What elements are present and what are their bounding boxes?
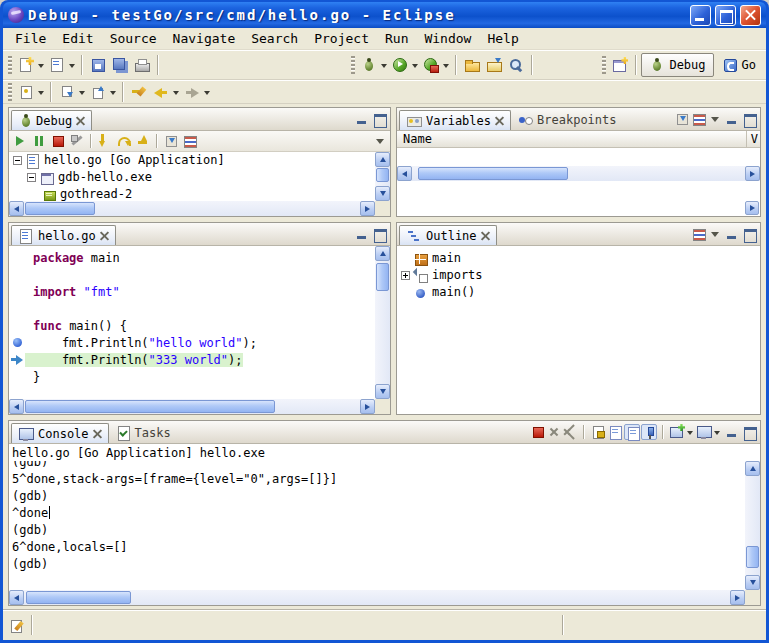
terminate-button[interactable] (530, 424, 546, 440)
close-icon[interactable] (495, 116, 504, 125)
tab-tasks[interactable]: Tasks (109, 423, 177, 443)
menu-file[interactable]: File (7, 29, 54, 48)
collapse-all-button[interactable] (691, 111, 707, 127)
scroll-down-button[interactable] (375, 186, 390, 201)
scroll-left-button[interactable] (9, 201, 24, 216)
remove-all-launches-button[interactable] (562, 425, 578, 439)
new-wizard-dropdown[interactable] (37, 57, 46, 73)
debug-horizontal-scrollbar[interactable] (9, 201, 390, 216)
collapse-icon[interactable] (27, 173, 36, 182)
previous-annotation-dropdown[interactable] (109, 84, 118, 100)
tree-item[interactable]: main() (397, 284, 760, 301)
debug-launch-button[interactable] (358, 54, 380, 76)
view-menu-icon[interactable] (708, 112, 722, 126)
console-horizontal-scrollbar[interactable] (9, 590, 760, 605)
new-wizard-button[interactable] (15, 54, 37, 76)
scroll-down-button[interactable] (745, 575, 760, 590)
remove-launch-button[interactable] (547, 425, 561, 439)
new-go-element-dropdown[interactable] (68, 57, 77, 73)
minimize-view-button[interactable] (723, 112, 740, 127)
debug-launch-dropdown[interactable] (380, 57, 389, 73)
value-column-header[interactable]: V (746, 131, 758, 147)
open-task-button[interactable] (461, 54, 483, 76)
external-tools-dropdown[interactable] (442, 57, 451, 73)
forward-button[interactable] (181, 81, 203, 103)
debug-vertical-scrollbar[interactable] (375, 152, 390, 201)
tree-item[interactable]: gothread-2 (9, 186, 375, 201)
show-console-on-output-button[interactable] (624, 424, 640, 440)
step-return-button[interactable] (135, 133, 151, 149)
previous-annotation-button[interactable] (87, 81, 109, 103)
tab-outline[interactable]: Outline (399, 225, 497, 245)
scrollbar-thumb[interactable] (25, 202, 95, 215)
maximize-view-button[interactable] (371, 112, 388, 127)
suspend-button[interactable] (31, 133, 47, 149)
variables-detail-pane[interactable] (397, 181, 760, 216)
scroll-up-button[interactable] (375, 152, 390, 167)
open-console-dropdown[interactable] (686, 424, 695, 440)
code-line[interactable]: import "fmt" (9, 283, 375, 300)
pin-console-button[interactable] (641, 424, 657, 440)
toolbar-grip[interactable] (8, 56, 12, 74)
resume-button[interactable] (12, 133, 28, 149)
view-menu-icon[interactable] (708, 227, 722, 241)
scroll-right-button[interactable] (730, 590, 745, 605)
open-resource-button[interactable] (483, 54, 505, 76)
view-menu-icon[interactable] (373, 134, 387, 148)
display-console-dropdown[interactable] (713, 424, 722, 440)
code-line[interactable] (9, 266, 375, 283)
terminate-button[interactable] (50, 133, 66, 149)
scrollbar-thumb[interactable] (376, 168, 389, 182)
editor-gutter[interactable] (9, 355, 25, 365)
disconnect-button[interactable] (69, 133, 85, 149)
next-annotation-dropdown[interactable] (78, 84, 87, 100)
menu-navigate[interactable]: Navigate (165, 29, 244, 48)
code-line[interactable]: } (9, 368, 375, 385)
run-launch-button[interactable] (389, 54, 411, 76)
minimize-button[interactable] (690, 5, 711, 26)
scrollbar-thumb[interactable] (25, 400, 275, 413)
minimize-view-button[interactable] (723, 227, 740, 242)
tree-item[interactable]: gdb-hello.exe (9, 169, 375, 186)
scroll-up-button[interactable] (745, 461, 760, 476)
step-over-button[interactable] (116, 133, 132, 149)
tree-item[interactable]: imports (397, 267, 760, 284)
console-vertical-scrollbar[interactable] (745, 461, 760, 590)
scrollbar-thumb[interactable] (26, 591, 131, 604)
external-tools-button[interactable] (420, 54, 442, 76)
print-button[interactable] (131, 54, 153, 76)
search-button[interactable] (505, 54, 527, 76)
maximize-view-button[interactable] (741, 112, 758, 127)
toolbar-grip[interactable] (602, 56, 606, 74)
mark-occurrences-dropdown[interactable] (37, 84, 46, 100)
debug-tree[interactable]: hello.go [Go Application]gdb-hello.exego… (9, 152, 375, 201)
toolbar-grip[interactable] (8, 83, 12, 101)
code-line[interactable]: package main (9, 249, 375, 266)
close-icon[interactable] (76, 116, 85, 125)
scroll-left-button[interactable] (9, 590, 24, 605)
perspective-debug-button[interactable]: Debug (641, 53, 713, 77)
back-button[interactable] (150, 81, 172, 103)
new-go-element-button[interactable] (46, 54, 68, 76)
menu-project[interactable]: Project (306, 29, 377, 48)
scrollbar-thumb[interactable] (418, 167, 568, 180)
scroll-right-button[interactable] (360, 399, 375, 414)
expand-icon[interactable] (401, 271, 410, 280)
tab-variables[interactable]: Variables (399, 110, 511, 130)
editor-horizontal-scrollbar[interactable] (9, 399, 390, 414)
forward-dropdown[interactable] (203, 84, 212, 100)
menu-run[interactable]: Run (377, 29, 416, 48)
tab-hello-go[interactable]: hello.go (11, 225, 116, 245)
menu-help[interactable]: Help (479, 29, 526, 48)
console-output[interactable]: (gdb)5^done,stack-args=[frame={level="0"… (9, 461, 745, 590)
scroll-down-button[interactable] (375, 384, 390, 399)
maximize-view-button[interactable] (371, 227, 388, 242)
fast-view-icon[interactable] (9, 617, 25, 633)
code-line[interactable]: func main() { (9, 317, 375, 334)
scroll-right-button[interactable] (360, 201, 375, 216)
scroll-up-button[interactable] (375, 246, 390, 261)
menu-edit[interactable]: Edit (54, 29, 101, 48)
minimize-view-button[interactable] (353, 112, 370, 127)
collapse-icon[interactable] (13, 156, 22, 165)
sort-button[interactable] (691, 226, 707, 242)
